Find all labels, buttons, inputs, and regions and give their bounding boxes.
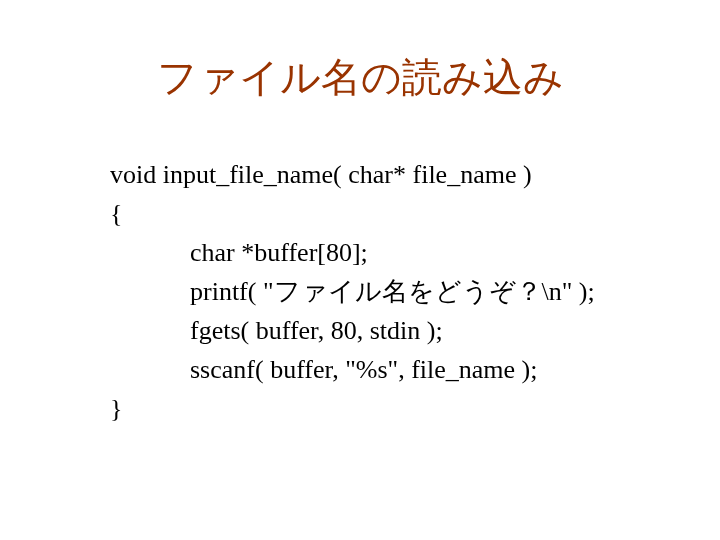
slide-title: ファイル名の読み込み: [60, 50, 660, 105]
code-line-printf: printf( "ファイル名をどうぞ？\n" );: [110, 272, 660, 311]
code-line-open-brace: {: [110, 194, 660, 233]
code-line-buffer-decl: char *buffer[80];: [110, 233, 660, 272]
code-line-sscanf: sscanf( buffer, "%s", file_name );: [110, 350, 660, 389]
code-line-fgets: fgets( buffer, 80, stdin );: [110, 311, 660, 350]
code-line-close-brace: }: [110, 389, 660, 428]
slide-container: ファイル名の読み込み void input_file_name( char* f…: [0, 0, 720, 468]
code-block: void input_file_name( char* file_name ) …: [110, 155, 660, 428]
code-line-signature: void input_file_name( char* file_name ): [110, 155, 660, 194]
